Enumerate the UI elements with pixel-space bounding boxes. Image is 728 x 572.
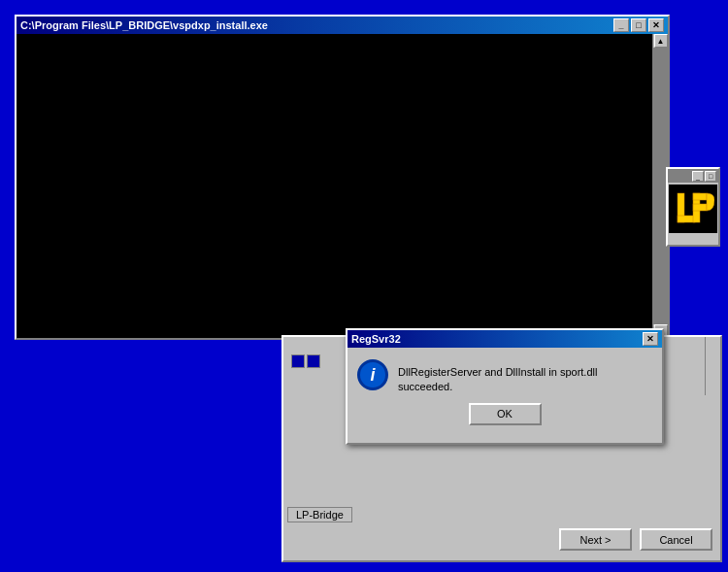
lp-icon-minimize-btn[interactable]: _ <box>692 171 704 182</box>
lp-icon-content <box>669 185 717 233</box>
lp-icon-window: _ □ <box>666 167 720 247</box>
lp-icon-titlebar: _ □ <box>668 169 718 183</box>
ok-button[interactable]: OK <box>469 403 542 425</box>
dos-window: C:\Program Files\LP_BRIDGE\vspdxp_instal… <box>15 15 670 340</box>
svg-rect-2 <box>678 216 695 222</box>
installer-button-area: Next > Cancel <box>559 528 712 551</box>
regsvr-content: i DllRegisterServer and DllInstall in sp… <box>347 348 662 399</box>
installer-scrollbar <box>705 337 720 395</box>
regsvr-titlebar: RegSvr32 ✕ <box>347 330 662 348</box>
regsvr-message: DllRegisterServer and DllInstall in spor… <box>398 359 654 395</box>
dos-restore-btn[interactable]: □ <box>631 18 646 32</box>
dos-titlebar-controls: _ □ ✕ <box>613 18 664 32</box>
scroll-up-arrow[interactable]: ▲ <box>654 34 668 48</box>
regsvr-dialog: RegSvr32 ✕ i DllRegisterServer and DllIn… <box>346 328 664 445</box>
progress-blocks <box>291 354 320 368</box>
dos-titlebar: C:\Program Files\LP_BRIDGE\vspdxp_instal… <box>17 17 668 34</box>
dos-title: C:\Program Files\LP_BRIDGE\vspdxp_instal… <box>20 19 268 31</box>
regsvr-title: RegSvr32 <box>351 333 401 345</box>
lp-icon-restore-btn[interactable]: □ <box>705 171 716 182</box>
next-button[interactable]: Next > <box>559 528 632 551</box>
svg-rect-4 <box>693 193 707 200</box>
lp-bridge-label: LP-Bridge <box>287 507 352 522</box>
dos-content <box>17 34 652 338</box>
svg-rect-5 <box>693 204 707 211</box>
regsvr-button-area: OK <box>347 399 662 431</box>
info-icon: i <box>357 359 388 390</box>
lp-logo-svg <box>672 187 714 230</box>
dos-close-btn[interactable]: ✕ <box>648 18 664 32</box>
cancel-button[interactable]: Cancel <box>640 528 712 551</box>
regsvr-close-btn[interactable]: ✕ <box>643 332 658 346</box>
dos-minimize-btn[interactable]: _ <box>613 18 629 32</box>
